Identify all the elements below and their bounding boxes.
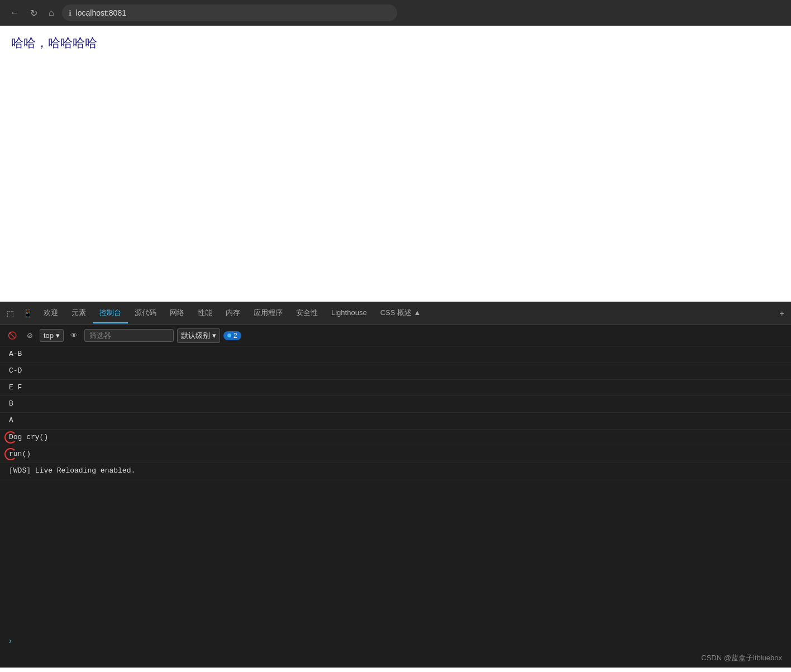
console-line: run() [0, 446, 791, 463]
tab-memory[interactable]: 内存 [219, 303, 247, 323]
info-icon: ℹ [69, 9, 72, 17]
address-bar: ℹ localhost:8081 [62, 4, 397, 21]
badge-count: 2 [234, 332, 237, 340]
tab-sources[interactable]: 源代码 [128, 303, 163, 323]
console-line: Dog cry() [0, 430, 791, 446]
console-output: A-BC-DE FBADog cry()run()[WDS] Live Relo… [0, 346, 791, 633]
tab-network[interactable]: 网络 [163, 303, 191, 323]
page-heading: 哈哈，哈哈哈哈 [11, 35, 780, 51]
home-button[interactable]: ⌂ [45, 6, 58, 20]
page-content: 哈哈，哈哈哈哈 [0, 26, 791, 302]
error-badge[interactable]: 2 [223, 331, 241, 340]
devtools-panel: ⬚ 📱 欢迎 元素 控制台 源代码 网络 性能 内存 应用程序 安全性 Ligh… [0, 302, 791, 668]
context-label: top [44, 331, 54, 340]
inspect-element-button[interactable]: ⬚ [2, 306, 18, 321]
tab-elements[interactable]: 元素 [65, 303, 93, 323]
add-tab-button[interactable]: + [775, 306, 789, 321]
level-selector[interactable]: 默认级别 ▾ [177, 328, 220, 343]
console-toolbar: 🚫 ⊘ top ▾ 👁 默认级别 ▾ 2 [0, 325, 791, 346]
tab-application[interactable]: 应用程序 [247, 303, 289, 323]
context-dropdown-icon: ▾ [56, 331, 60, 340]
badge-dot [227, 333, 231, 337]
back-button[interactable]: ← [7, 6, 22, 20]
eye-button[interactable]: 👁 [67, 329, 81, 342]
console-line: [WDS] Live Reloading enabled. [0, 463, 791, 480]
tab-performance[interactable]: 性能 [191, 303, 219, 323]
watermark: CSDN @蓝盒子itbluebox [0, 649, 791, 668]
devtools-tabs-bar: ⬚ 📱 欢迎 元素 控制台 源代码 网络 性能 内存 应用程序 安全性 Ligh… [0, 302, 791, 325]
level-dropdown-icon: ▾ [212, 331, 216, 340]
console-line: B [0, 396, 791, 413]
show-drawer-button[interactable]: ⊘ [23, 329, 36, 342]
url-display: localhost:8081 [76, 8, 126, 17]
tab-lighthouse[interactable]: Lighthouse [325, 304, 374, 322]
console-prompt-icon: › [9, 636, 12, 645]
reload-button[interactable]: ↻ [27, 6, 41, 21]
device-toggle-button[interactable]: 📱 [18, 306, 37, 321]
context-selector[interactable]: top ▾ [40, 329, 64, 342]
console-input-area: › [0, 633, 791, 649]
tab-css-overview[interactable]: CSS 概述 ▲ [374, 303, 428, 323]
console-line: A [0, 413, 791, 430]
watermark-text: CSDN @蓝盒子itbluebox [701, 654, 782, 662]
filter-input[interactable] [84, 329, 174, 342]
console-line: A-B [0, 346, 791, 363]
tab-welcome[interactable]: 欢迎 [37, 303, 65, 323]
tab-security[interactable]: 安全性 [289, 303, 325, 323]
tab-console[interactable]: 控制台 [93, 303, 128, 323]
browser-toolbar: ← ↻ ⌂ ℹ localhost:8081 [0, 0, 791, 26]
console-line: E F [0, 380, 791, 397]
console-line: C-D [0, 363, 791, 380]
clear-console-button[interactable]: 🚫 [4, 329, 20, 342]
level-label: 默认级别 [181, 331, 210, 341]
